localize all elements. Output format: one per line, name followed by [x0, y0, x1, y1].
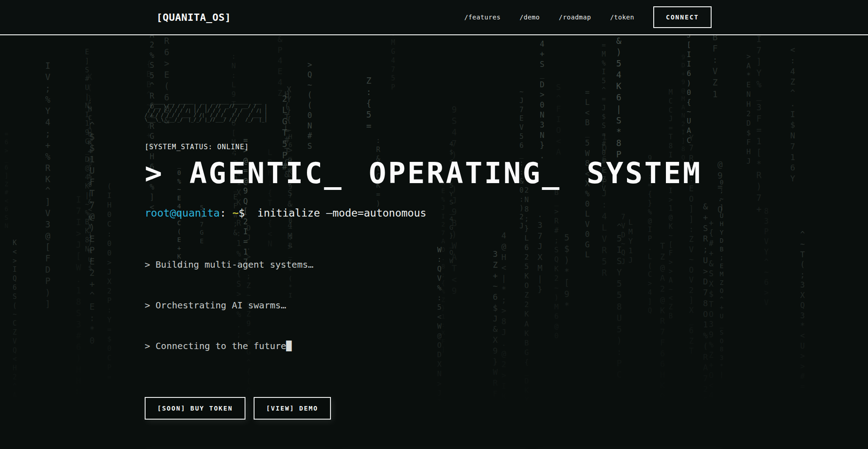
view-demo-button[interactable]: [VIEW] DEMO — [254, 397, 331, 420]
nav-link-features[interactable]: /features — [464, 14, 500, 21]
terminal-prompt-line: root@quanita: ~$ initialize –mode=autono… — [145, 207, 723, 219]
typed-line: > Orchestrating AI swarms… — [145, 298, 723, 312]
typed-line-text: > Connecting to the future — [145, 340, 286, 351]
hero-content: ____ __ _____ _ _ ____ ______ ___ / __ \… — [145, 35, 723, 449]
terminal-dollar: $ — [239, 207, 245, 219]
typed-line: > Connecting to the future█ — [145, 339, 723, 353]
nav-link-token[interactable]: /token — [610, 14, 634, 21]
nav-logo[interactable]: [QUANITA_OS] — [156, 12, 231, 23]
hero-heading: > AGENTIC_ OPERATING_ SYSTEM — [145, 157, 723, 189]
hero-section: 1 O 6 < P J : 4 L V R 5 R R 6 > E ( 6 @ … — [0, 35, 868, 449]
terminal-user: root@quanita — [145, 207, 220, 219]
top-nav: [QUANITA_OS] /features /demo /roadmap /t… — [0, 0, 868, 35]
terminal-separator: : — [220, 207, 232, 219]
nav-link-demo[interactable]: /demo — [519, 14, 540, 21]
connect-button[interactable]: CONNECT — [653, 6, 712, 28]
typed-line: > Building multi-agent systems… — [145, 258, 723, 271]
nav-link-roadmap[interactable]: /roadmap — [559, 14, 591, 21]
terminal-cursor: █ — [286, 340, 292, 351]
typed-output: > Building multi-agent systems… > Orches… — [145, 231, 723, 380]
nav-inner: [QUANITA_OS] /features /demo /roadmap /t… — [145, 6, 723, 28]
ascii-art-logo: ____ __ _____ _ _ ____ ______ ___ / __ \… — [145, 35, 723, 122]
terminal-command: initialize –mode=autonomous — [245, 207, 427, 219]
nav-links: /features /demo /roadmap /token CONNECT — [464, 6, 712, 28]
buy-token-button[interactable]: [SOON] BUY TOKEN — [145, 397, 245, 420]
system-status-label: [SYSTEM_STATUS: ONLINE] — [145, 143, 723, 151]
cta-row: [SOON] BUY TOKEN [VIEW] DEMO — [145, 397, 723, 420]
terminal-tilde: ~ — [232, 207, 239, 219]
